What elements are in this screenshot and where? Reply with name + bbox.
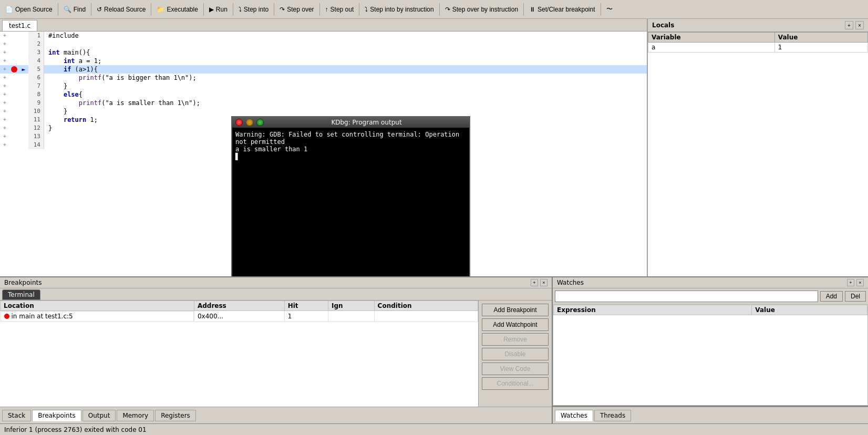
code-line-plus-14[interactable]: + — [0, 141, 9, 149]
code-line-plus-5[interactable]: + — [0, 65, 9, 74]
step-over-button[interactable]: ↷ Step over — [276, 5, 317, 14]
executable-button[interactable]: 📁 Executable — [153, 5, 201, 14]
waveform-button[interactable]: 〜 — [603, 4, 616, 15]
add-watchpoint-button[interactable]: Add Watchpoint — [482, 318, 549, 331]
watches-col-expression: Expression — [554, 305, 752, 315]
run-button[interactable]: ▶ Run — [206, 5, 231, 14]
line-num-12: 12 — [28, 124, 44, 132]
code-tab-test1c[interactable]: test1.c — [2, 20, 37, 31]
add-breakpoint-button[interactable]: Add Breakpoint — [482, 304, 549, 316]
bottom-tab-left-output[interactable]: Output — [82, 410, 116, 421]
bottom-right-area: Watches + × Add Del Expression — [553, 277, 868, 423]
watches-table-container[interactable]: Expression Value — [553, 304, 868, 406]
breakpoint-marker-9[interactable] — [9, 99, 19, 107]
breakpoint-marker-1[interactable] — [9, 32, 19, 40]
dialog-content[interactable]: Warning: GDB: Failed to set controlling … — [232, 128, 469, 276]
step-over-icon: ↷ — [280, 6, 285, 13]
code-line-plus-13[interactable]: + — [0, 132, 9, 141]
step-over-by-instruction-button[interactable]: ↷ Step over by instruction — [442, 5, 521, 14]
breakpoint-marker-3[interactable] — [9, 48, 19, 57]
conditional-button[interactable]: Conditional... — [482, 377, 549, 390]
watches-add-button[interactable]: Add — [820, 291, 843, 302]
bp-expand-button[interactable]: + — [531, 279, 538, 286]
main-area: test1.c +1#include +2+3int main(){+4 int… — [0, 19, 868, 276]
dialog-close-button[interactable] — [235, 119, 243, 126]
breakpoint-marker-12[interactable] — [9, 124, 19, 132]
current-line-arrow-5: ► — [19, 65, 28, 74]
dialog-maximize-button[interactable] — [256, 119, 264, 126]
reload-source-button[interactable]: ↺ Reload Source — [94, 5, 149, 14]
view-code-button[interactable]: View Code — [482, 362, 549, 375]
step-into-button[interactable]: ⤵ Step into — [235, 5, 272, 14]
bottom-tab-left-breakpoints[interactable]: Breakpoints — [32, 410, 81, 421]
code-line-plus-6[interactable]: + — [0, 74, 9, 82]
dialog-line1: Warning: GDB: Failed to set controlling … — [235, 131, 466, 146]
breakpoint-marker-8[interactable] — [9, 90, 19, 99]
breakpoint-marker-14[interactable] — [9, 141, 19, 149]
watches-title: Watches — [557, 279, 584, 286]
breakpoint-marker-11[interactable] — [9, 116, 19, 124]
code-content-10: } — [44, 107, 67, 116]
disable-button[interactable]: Disable — [482, 348, 549, 360]
locals-close-button[interactable]: × — [855, 21, 864, 29]
bottom-tab-right-threads[interactable]: Threads — [594, 410, 631, 421]
bp-ign — [328, 311, 374, 322]
remove-button[interactable]: Remove — [482, 333, 549, 346]
code-line-plus-1[interactable]: + — [0, 32, 9, 40]
bp-close-button[interactable]: × — [540, 279, 547, 286]
code-line-plus-8[interactable]: + — [0, 90, 9, 99]
code-line-plus-2[interactable]: + — [0, 40, 9, 48]
toolbar-separator-4 — [203, 3, 204, 16]
breakpoint-marker-13[interactable] — [9, 132, 19, 141]
breakpoint-marker-10[interactable] — [9, 107, 19, 116]
dialog-cursor: ▋ — [235, 153, 466, 160]
locals-container: Variable Value a1 — [648, 32, 868, 276]
watches-close-button[interactable]: × — [856, 279, 864, 286]
set-clear-breakpoint-button[interactable]: ⏸ Set/Clear breakpoint — [526, 5, 598, 14]
set-clear-breakpoint-icon: ⏸ — [529, 6, 535, 13]
dialog-line2: a is smaller than 1 — [235, 146, 466, 153]
code-line-plus-7[interactable]: + — [0, 82, 9, 90]
watches-header-controls: + × — [847, 279, 864, 286]
bp-row[interactable]: in main at test1.c:50x400...1 — [1, 311, 478, 322]
watches-del-button[interactable]: Del — [845, 291, 866, 302]
code-line-5: +►5 if (a>1){ — [0, 65, 647, 74]
bp-table-container[interactable]: Location Address Hit Ign Condition in ma… — [0, 301, 478, 407]
bottom-tab-left-stack[interactable]: Stack — [2, 410, 31, 421]
locals-expand-button[interactable]: + — [845, 21, 853, 29]
breakpoint-marker-7[interactable] — [9, 82, 19, 90]
breakpoint-marker-2[interactable] — [9, 40, 19, 48]
locals-value: 1 — [774, 43, 867, 53]
breakpoint-marker-4[interactable] — [9, 57, 19, 65]
breakpoint-marker-5[interactable] — [9, 65, 19, 74]
code-line-plus-11[interactable]: + — [0, 116, 9, 124]
code-line-plus-3[interactable]: + — [0, 48, 9, 57]
code-line-plus-9[interactable]: + — [0, 99, 9, 107]
step-into-icon: ⤵ — [239, 6, 242, 13]
step-out-button[interactable]: ↑ Step out — [322, 5, 357, 14]
toolbar-separator-6 — [274, 3, 274, 16]
code-line-plus-10[interactable]: + — [0, 107, 9, 116]
code-line-plus-4[interactable]: + — [0, 57, 9, 65]
terminal-tab[interactable]: Terminal — [2, 289, 40, 300]
step-into-by-instruction-button[interactable]: ⤵ Step into by instruction — [361, 5, 437, 14]
open-source-button[interactable]: 📄 Open Source — [2, 5, 56, 14]
bottom-tab-left-registers[interactable]: Registers — [155, 410, 196, 421]
line-num-6: 6 — [28, 74, 44, 82]
bottom-tab-left-memory[interactable]: Memory — [117, 410, 154, 421]
find-button[interactable]: 🔍 Find — [60, 5, 89, 14]
locals-title: Locals — [652, 22, 674, 29]
line-num-14: 14 — [28, 141, 44, 149]
dialog-minimize-button[interactable] — [246, 119, 253, 126]
breakpoint-marker-6[interactable] — [9, 74, 19, 82]
breakpoints-panel: Breakpoints + × Terminal Location Addres… — [0, 277, 553, 423]
line-num-11: 11 — [28, 116, 44, 124]
watches-expression-input[interactable] — [555, 291, 818, 302]
code-content-4: int a = 1; — [44, 57, 101, 65]
waveform-icon: 〜 — [606, 5, 613, 14]
toolbar-separator-9 — [439, 3, 440, 16]
reload-source-icon: ↺ — [97, 6, 102, 13]
code-line-plus-12[interactable]: + — [0, 124, 9, 132]
watches-expand-button[interactable]: + — [847, 279, 854, 286]
bottom-tab-right-watches[interactable]: Watches — [555, 410, 593, 421]
